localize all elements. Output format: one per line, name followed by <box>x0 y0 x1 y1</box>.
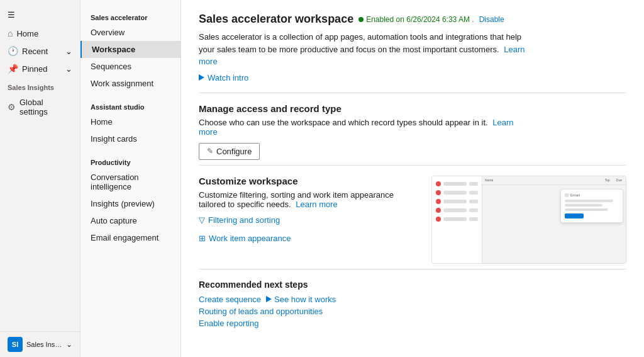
create-sequence-link[interactable]: Create sequence <box>199 295 261 304</box>
preview-line-4 <box>443 208 467 212</box>
filtering-sorting-link[interactable]: ▽ Filtering and sorting <box>199 215 280 225</box>
bottom-nav-label: Sales Insights sett... <box>26 341 62 348</box>
chevron-down-icon: ⌄ <box>65 47 72 56</box>
work-item-appearance-link[interactable]: ⊞ Work item appearance <box>199 234 291 243</box>
manage-access-description: Choose who can use the workspace and whi… <box>199 118 526 137</box>
sidebar-item-pinned[interactable]: 📌 Pinned ⌄ <box>0 60 80 77</box>
mid-nav-conv-intelligence[interactable]: Conversation intelligence <box>80 169 180 195</box>
disable-link[interactable]: Disable <box>479 15 504 24</box>
workspace-preview-image: Name Top Due Email <box>431 176 626 264</box>
si-badge: SI <box>8 337 23 352</box>
customize-left-content: Customize workspace Customize filtering,… <box>199 176 421 247</box>
preview-dot-red-1 <box>436 181 441 186</box>
mid-nav-auto-capture[interactable]: Auto capture <box>80 212 180 229</box>
section-divider-2 <box>199 165 626 166</box>
preview-row-3 <box>436 199 478 204</box>
chevron-down-icon: ⌄ <box>66 340 72 349</box>
preview-header-name: Name <box>485 178 493 182</box>
menu-icon[interactable]: ☰ <box>0 5 80 25</box>
sidebar-item-home[interactable]: ⌂ Home <box>0 25 80 42</box>
preview-dot-red-2 <box>436 190 441 195</box>
preview-email-button <box>565 213 584 218</box>
preview-email-header: Email <box>565 193 619 197</box>
preview-line-a <box>565 200 613 202</box>
page-title: Sales accelerator workspace <box>199 13 353 26</box>
section-divider-3 <box>199 269 626 269</box>
preview-line-5 <box>443 217 467 221</box>
main-content: Sales accelerator workspace Enabled on 6… <box>181 0 644 357</box>
preview-email-dot <box>565 193 569 197</box>
bottom-nav-item[interactable]: SI Sales Insights sett... ⌄ <box>0 331 80 357</box>
mid-nav-sequences[interactable]: Sequences <box>80 58 180 75</box>
customize-learn-more[interactable]: Learn more <box>296 200 337 209</box>
pencil-icon: ✎ <box>207 147 213 156</box>
mid-nav-insights-preview[interactable]: Insights (preview) <box>80 195 180 212</box>
sidebar-item-global-settings[interactable]: ⚙ Global settings <box>0 94 80 120</box>
home-icon: ⌂ <box>8 28 13 38</box>
preview-line-2 <box>443 191 467 195</box>
nav-section-sales-insights: Sales Insights <box>0 77 80 94</box>
play-icon-small <box>266 296 272 302</box>
preview-dot-red-4 <box>436 208 441 213</box>
preview-email-card: Email <box>560 189 623 223</box>
routing-link[interactable]: Routing of leads and opportunities <box>199 307 626 316</box>
manage-access-title: Manage access and record type <box>199 103 626 114</box>
middle-navigation: Sales accelerator Overview Workspace Seq… <box>80 0 181 357</box>
preview-header-top: Top <box>605 178 610 182</box>
customize-workspace-title: Customize workspace <box>199 176 421 186</box>
clock-icon: 🕐 <box>8 46 18 56</box>
preview-left-panel <box>432 176 482 263</box>
chevron-down-icon: ⌄ <box>65 64 72 74</box>
mid-nav-section-assistant-studio: Assistant studio <box>80 97 180 113</box>
preview-header-due: Due <box>616 178 622 182</box>
watch-intro-button[interactable]: Watch intro <box>199 73 626 82</box>
preview-dot-red-5 <box>436 217 441 222</box>
see-how-link[interactable]: See how it works <box>266 295 336 304</box>
preview-row-2 <box>436 190 478 195</box>
mid-nav-workspace[interactable]: Workspace <box>80 41 180 58</box>
enabled-badge: Enabled on 6/26/2024 6:33 AM . <box>358 15 474 24</box>
preview-line-b <box>565 204 602 207</box>
gear-icon: ⚙ <box>8 102 16 112</box>
preview-row-5 <box>436 217 478 222</box>
left-navigation: ☰ ⌂ Home 🕐 Recent ⌄ 📌 Pinned ⌄ Sales Ins… <box>0 0 80 357</box>
recommended-next-steps-section: Recommended next steps Create sequence S… <box>199 280 626 328</box>
mid-nav-insight-cards[interactable]: Insight cards <box>80 130 180 147</box>
enable-reporting-link[interactable]: Enable reporting <box>199 319 626 328</box>
customize-workspace-section: Customize workspace Customize filtering,… <box>199 176 626 264</box>
recommended-title: Recommended next steps <box>199 280 626 290</box>
preview-line-c <box>565 208 608 211</box>
preview-line-1 <box>443 182 467 186</box>
preview-row-1 <box>436 181 478 186</box>
recommended-links: Create sequence See how it works Routing… <box>199 295 626 328</box>
preview-header-bar: Name Top Due <box>481 176 626 185</box>
mid-nav-home-as[interactable]: Home <box>80 113 180 130</box>
play-icon <box>199 74 204 81</box>
filter-icon: ▽ <box>199 215 205 225</box>
configure-button[interactable]: ✎ Configure <box>199 143 260 160</box>
mid-nav-section-sales-accelerator: Sales accelerator <box>80 8 180 24</box>
preview-line-3 <box>443 200 467 203</box>
preview-lines <box>565 200 619 211</box>
enabled-text: Enabled on 6/26/2024 6:33 AM . <box>366 15 474 24</box>
customize-workspace-description: Customize filtering, sorting and work it… <box>199 190 421 209</box>
sidebar-item-recent[interactable]: 🕐 Recent ⌄ <box>0 42 80 60</box>
page-description: Sales accelerator is a collection of app… <box>199 31 526 68</box>
mid-nav-email-engagement[interactable]: Email engagement <box>80 229 180 246</box>
enabled-dot <box>358 17 364 22</box>
preview-row-4 <box>436 208 478 213</box>
preview-dot-red-3 <box>436 199 441 204</box>
mid-nav-section-productivity: Productivity <box>80 152 180 169</box>
grid-icon: ⊞ <box>199 234 206 243</box>
mid-nav-overview[interactable]: Overview <box>80 24 180 41</box>
pin-icon: 📌 <box>8 64 18 74</box>
rec-link-row-1: Create sequence See how it works <box>199 295 626 304</box>
section-divider-1 <box>199 93 626 93</box>
page-header: Sales accelerator workspace Enabled on 6… <box>199 13 626 26</box>
manage-access-section: Manage access and record type Choose who… <box>199 103 626 160</box>
mid-nav-work-assignment[interactable]: Work assignment <box>80 75 180 92</box>
preview-email-label: Email <box>570 193 580 197</box>
